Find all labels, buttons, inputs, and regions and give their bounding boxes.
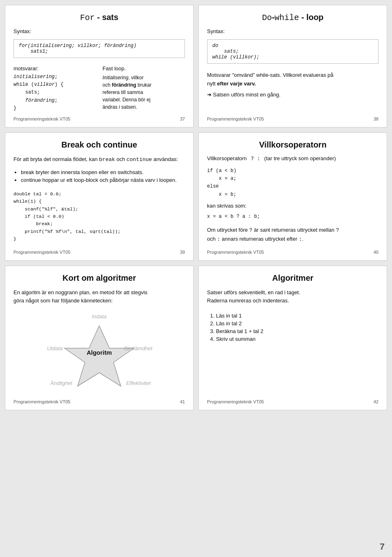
slide-42-title: Algoritmer xyxy=(207,273,379,283)
slide-42-step-1: Läs in tal 1 xyxy=(216,313,379,319)
slide-40-colon: : xyxy=(217,236,220,242)
slide-40-code2: x = a < b ? a : b; xyxy=(207,213,379,220)
slide-38-title-do: Do xyxy=(262,13,272,22)
slide-42-intro: Satser utförs sekventiellt, en rad i tag… xyxy=(207,289,379,306)
slide-41-footer-left: Programmeringsteknik VT05 xyxy=(13,399,70,404)
slide-39-intro: För att bryta det normala flödet, kan br… xyxy=(13,155,185,164)
slide-39-title: Break och continue xyxy=(13,140,185,150)
slide-37-right: Fast loop. Initialisering, villkor och f… xyxy=(102,65,185,112)
slide-42-footer: Programmeringsteknik VT05 42 xyxy=(207,395,379,404)
slide-39: Break och continue För att bryta det nor… xyxy=(5,132,194,261)
algo-indata-label: Indata xyxy=(92,313,107,320)
slide-42-step-3: Beräkna tal 1 + tal 2 xyxy=(216,328,379,334)
slide-38-title-loop: loop xyxy=(306,13,323,22)
slide-40: Villkorsoperatorn Villkorsoperatorn ? : … xyxy=(198,132,387,261)
slide-37-footer-right: 37 xyxy=(180,116,185,121)
slide-40-subtitle: Villkorsoperatorn xyxy=(207,155,247,161)
slide-38-footer: Programmeringsteknik VT05 38 xyxy=(207,112,379,121)
slide-38-syntax-label: Syntax: xyxy=(207,28,379,34)
slide-41-footer: Programmeringsteknik VT05 41 xyxy=(13,395,185,404)
slide-39-bullet-2: continue hoppar ur ett loop-block och på… xyxy=(21,177,185,183)
slide-38-code-box: do sats; while (villkor); xyxy=(207,39,379,64)
slide-40-subtitle-row: Villkorsoperatorn ? : (tar tre uttryck s… xyxy=(207,155,379,161)
slide-42-step-2: Läs in tal 2 xyxy=(216,320,379,327)
slide-38-footer-right: 38 xyxy=(374,116,379,121)
slide-42: Algoritmer Satser utförs sekventiellt, e… xyxy=(198,266,387,411)
slide-40-q2: ? xyxy=(336,227,339,233)
slide-38-title-while: while xyxy=(274,13,299,22)
slide-37-equiv-code: initialisering; while (villkor) { sats; … xyxy=(13,73,96,112)
algo-diagram: Indata Utdata Bestämdhet Ändlighet Effek… xyxy=(46,309,152,395)
slide-38-dash2: - xyxy=(299,13,306,22)
slide-39-footer-left: Programmeringsteknik VT05 xyxy=(13,250,70,255)
algo-utdata-label: Utdata xyxy=(47,345,62,351)
slide-42-footer-right: 42 xyxy=(374,399,379,404)
algo-center-label: Algoritm xyxy=(87,349,112,356)
slide-37-title-dash: - xyxy=(97,13,102,22)
slide-40-code1: if (a < b) x = a; else x = b; xyxy=(207,167,379,199)
slide-39-bullet-1: break bryter den innersta loopen eller e… xyxy=(21,169,185,175)
slide-37-body: motsvarar: initialisering; while (villko… xyxy=(13,65,185,112)
slide-40-colon2: : xyxy=(299,236,302,242)
slide-42-step-4: Skriv ut summan xyxy=(216,336,379,342)
algo-bestamdhet-label: Bestämdhet xyxy=(124,345,152,351)
slide-40-title: Villkorsoperatorn xyxy=(207,140,379,150)
slide-37-left: motsvarar: initialisering; while (villko… xyxy=(13,65,96,112)
slide-38-title: Do-while - loop xyxy=(207,13,379,22)
slide-39-break: break xyxy=(99,157,115,163)
slide-38-desc: Motsvarar "omvänd" while-sats. Villkoret… xyxy=(207,71,379,88)
slide-37-footer: Programmeringsteknik VT05 37 xyxy=(13,112,185,121)
slide-37-title: For - sats xyxy=(13,13,185,22)
slide-40-footer-left: Programmeringsteknik VT05 xyxy=(207,250,264,255)
slide-41-footer-right: 41 xyxy=(180,399,185,404)
slide-39-bullets: break bryter den innersta loopen eller e… xyxy=(13,169,185,185)
slide-37-footer-left: Programmeringsteknik VT05 xyxy=(13,116,70,121)
slide-37-motsvarar: motsvarar: xyxy=(13,65,96,72)
page-layout: For - sats Syntax: for(initialisering; v… xyxy=(0,0,392,415)
slide-41: Kort om algoritmer En algoritm är en nog… xyxy=(5,266,194,411)
star-polygon xyxy=(65,326,134,386)
slide-39-code: double tal = 0.0; while(1) { scanf("%lf"… xyxy=(13,190,185,243)
slide-37-title-for: For xyxy=(80,13,95,22)
slide-37-fast: Fast loop. xyxy=(102,65,185,72)
slide-39-footer: Programmeringsteknik VT05 39 xyxy=(13,246,185,255)
slide-37-syntax-label: Syntax: xyxy=(13,28,185,34)
slide-40-desc: Om uttrycket före ? är sant returneras u… xyxy=(207,226,379,244)
slide-37-desc: Initialisering, villkor och förändring b… xyxy=(102,74,185,111)
slide-40-op-desc: (tar tre uttryck som operander) xyxy=(264,155,336,161)
slide-37-code-line2: sats1; xyxy=(19,49,48,54)
slide-39-continue: continue xyxy=(127,157,152,163)
slide-38: Do-while - loop Syntax: do sats; while (… xyxy=(198,5,387,128)
slide-40-footer: Programmeringsteknik VT05 40 xyxy=(207,246,379,255)
slide-37-title-sats: sats xyxy=(102,13,118,22)
slide-40-op: ? : xyxy=(251,155,260,161)
slide-41-intro: En algoritm är en noggrann plan, en meto… xyxy=(13,289,185,306)
slide-38-arrow-desc: ➜ Satsen utförs minst en gång. xyxy=(207,92,379,98)
slide-38-footer-left: Programmeringsteknik VT05 xyxy=(207,116,264,121)
slide-40-footer-right: 40 xyxy=(374,250,379,255)
slide-41-title: Kort om algoritmer xyxy=(13,273,185,283)
slide-37-code-box: for(initialisering; villkor; förändring)… xyxy=(13,39,185,58)
slide-40-q1: ? xyxy=(249,227,252,233)
algo-andlighet-label: Ändlighet xyxy=(50,380,72,386)
slide-37: For - sats Syntax: for(initialisering; v… xyxy=(5,5,194,128)
slide-37-code-line1: for(initialisering; villkor; förändring) xyxy=(19,43,136,49)
slide-42-footer-left: Programmeringsteknik VT05 xyxy=(207,399,264,404)
slide-42-steps: Läs in tal 1 Läs in tal 2 Beräkna tal 1 … xyxy=(207,313,379,344)
slide-39-footer-right: 39 xyxy=(180,250,185,255)
algo-effektivitet-label: Effektivitet xyxy=(126,380,151,386)
slide-40-kan: kan skrivas som: xyxy=(207,203,379,209)
